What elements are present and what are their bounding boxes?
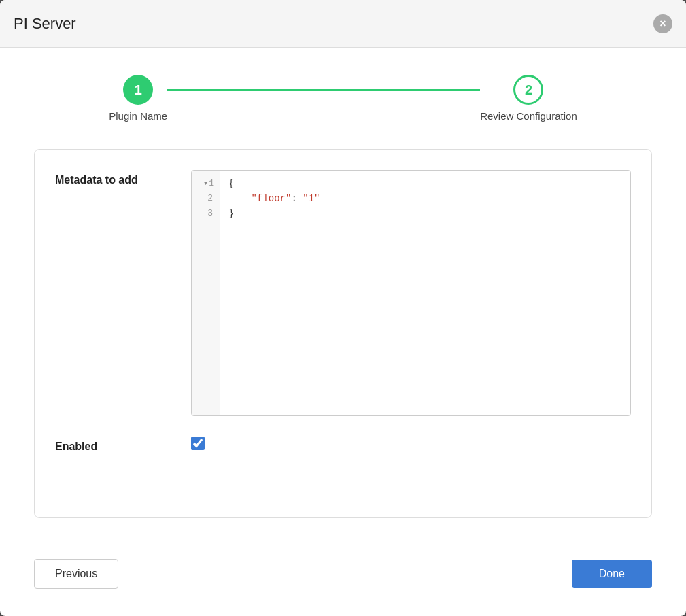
enabled-checkbox-wrapper bbox=[191, 437, 205, 450]
code-line-3: } bbox=[228, 206, 622, 221]
stepper: 1 Plugin Name 2 Review Configuration bbox=[34, 75, 652, 122]
line-num-3: 3 bbox=[207, 206, 220, 221]
step-connector bbox=[167, 89, 480, 91]
dialog-container: PI Server × 1 Plugin Name 2 Review Confi… bbox=[0, 0, 686, 616]
code-editor[interactable]: ▼ 1 2 3 { "floor": "1" } bbox=[191, 170, 631, 416]
dialog-title: PI Server bbox=[14, 15, 76, 33]
dialog-header: PI Server × bbox=[0, 0, 686, 48]
enabled-row: Enabled bbox=[55, 437, 631, 453]
metadata-row: Metadata to add ▼ 1 2 3 { bbox=[55, 170, 631, 416]
form-card: Metadata to add ▼ 1 2 3 { bbox=[34, 149, 652, 518]
dialog-body: 1 Plugin Name 2 Review Configuration Met… bbox=[0, 48, 686, 559]
enabled-checkbox[interactable] bbox=[191, 437, 205, 450]
code-lines: { "floor": "1" } bbox=[220, 171, 630, 415]
code-line-1: { bbox=[228, 176, 622, 191]
enabled-label: Enabled bbox=[55, 437, 191, 453]
step-1: 1 Plugin Name bbox=[109, 75, 167, 122]
step-2-label: Review Configuration bbox=[480, 110, 577, 122]
line-num-2: 2 bbox=[207, 191, 220, 206]
step-2: 2 Review Configuration bbox=[480, 75, 577, 122]
done-button[interactable]: Done bbox=[572, 560, 652, 588]
dialog-footer: Previous Done bbox=[0, 559, 686, 616]
close-button[interactable]: × bbox=[653, 14, 672, 33]
code-line-2: "floor": "1" bbox=[228, 191, 622, 206]
previous-button[interactable]: Previous bbox=[34, 559, 118, 589]
metadata-label: Metadata to add bbox=[55, 170, 191, 186]
step-2-circle: 2 bbox=[513, 75, 543, 105]
step-1-label: Plugin Name bbox=[109, 110, 167, 122]
fold-arrow-1: ▼ 1 bbox=[204, 176, 220, 191]
code-gutter: ▼ 1 2 3 bbox=[192, 171, 220, 415]
step-1-circle: 1 bbox=[123, 75, 153, 105]
